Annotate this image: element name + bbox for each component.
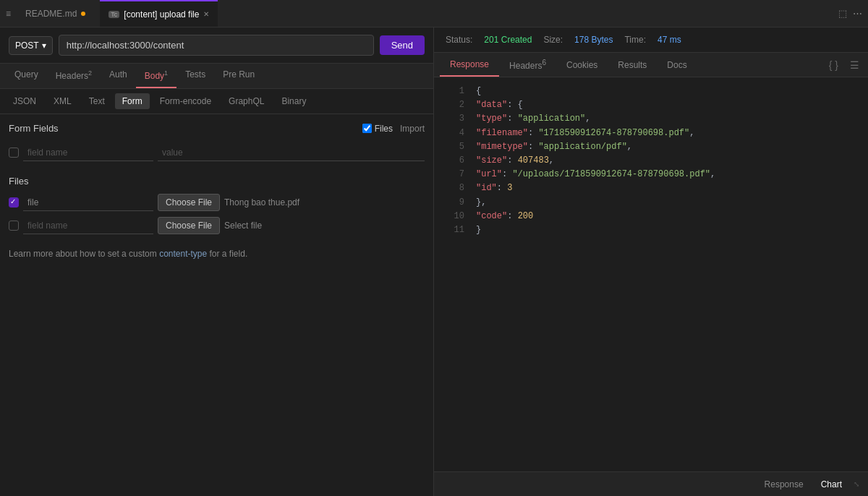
files-section: Files Choose File Thong bao thue.pdf Cho… (9, 176, 425, 234)
learn-more: Learn more about how to set a custom con… (9, 249, 425, 259)
tab-headers[interactable]: Headers2 (47, 64, 101, 88)
restab-results[interactable]: Results (608, 54, 657, 76)
subtab-binary[interactable]: Binary (274, 93, 313, 109)
file-name-input-2[interactable] (23, 218, 153, 234)
code-token: : (507, 114, 517, 124)
code-token: "url" (476, 169, 502, 179)
tab-readme[interactable]: README.md (17, 0, 94, 27)
request-tabs-nav: Query Headers2 Auth Body1 Tests Pre Run (0, 64, 433, 89)
choose-file-button-1[interactable]: Choose File (158, 194, 220, 211)
code-token: "size" (476, 155, 507, 166)
tab-content-label: [content] upload file (124, 9, 199, 20)
method-chevron-icon: ▾ (42, 40, 46, 51)
code-line: 6 "size": 407483, (434, 154, 868, 168)
line-number: 10 (443, 210, 464, 223)
subtab-graphql[interactable]: GraphQL (221, 93, 271, 109)
form-fields-actions: Files Import (362, 124, 425, 134)
subtab-json[interactable]: JSON (6, 93, 43, 109)
code-token: : (497, 183, 507, 193)
code-token: "1718590912674-878790698.pdf" (538, 128, 689, 138)
method-select[interactable]: POST ▾ (9, 36, 53, 55)
file-value-1: Thong bao thue.pdf (224, 197, 425, 208)
form-fields-header: Form Fields Files Import (9, 123, 425, 134)
line-number: 4 (443, 127, 464, 140)
code-token: "mimetype" (476, 142, 528, 152)
main-layout: POST ▾ Send Query Headers2 Auth Body1 Te… (0, 27, 868, 496)
files-checkbox-input[interactable] (362, 124, 372, 133)
file-name-input-1[interactable] (23, 194, 153, 211)
code-token: "id" (476, 183, 497, 193)
learn-more-text2: for a field. (210, 249, 248, 259)
resize-handle-icon: ⤡ (854, 480, 859, 488)
subtab-xml[interactable]: XML (46, 93, 79, 109)
code-token: { (476, 86, 481, 96)
method-label: POST (15, 40, 39, 51)
code-token: : (528, 142, 538, 152)
bottom-response-tab[interactable]: Response (759, 476, 809, 492)
status-value: 201 Created (484, 35, 532, 45)
line-number: 3 (443, 112, 464, 126)
restab-cookies[interactable]: Cookies (556, 54, 608, 76)
response-tab-actions: { } ☰ (826, 56, 862, 74)
menu-icon[interactable]: ☰ (847, 56, 862, 74)
code-line: 1{ (434, 85, 868, 98)
line-number: 1 (443, 85, 464, 98)
tab-tests[interactable]: Tests (176, 64, 214, 88)
subtab-text[interactable]: Text (82, 93, 112, 109)
right-panel: Status: 201 Created Size: 178 Bytes Time… (434, 27, 868, 496)
line-number: 9 (443, 196, 464, 210)
code-token: : (528, 128, 538, 138)
tab-prerun[interactable]: Pre Run (214, 64, 263, 88)
layout-icon[interactable]: ⬚ (838, 8, 847, 19)
code-token: "application" (518, 114, 586, 124)
file-checkbox-2[interactable] (9, 221, 19, 231)
bottom-chart-tab[interactable]: Chart (815, 476, 848, 492)
line-number: 8 (443, 181, 464, 195)
more-icon[interactable]: ⋯ (853, 8, 862, 19)
field-checkbox-1[interactable] (9, 147, 19, 158)
tab-readme-label: README.md (25, 9, 77, 19)
files-checkbox-label[interactable]: Files (362, 124, 393, 134)
tab-content-upload[interactable]: Tc [content] upload file ✕ (100, 0, 218, 27)
line-number: 2 (443, 98, 464, 112)
import-button[interactable]: Import (400, 124, 425, 134)
code-view: 1{2 "data": {3 "type": "application",4 "… (434, 77, 868, 471)
line-number: 5 (443, 140, 464, 154)
left-panel: POST ▾ Send Query Headers2 Auth Body1 Te… (0, 27, 434, 496)
url-input[interactable] (59, 35, 374, 56)
code-token: "data" (476, 100, 507, 110)
restab-response[interactable]: Response (440, 54, 499, 77)
code-token: : { (507, 100, 523, 110)
response-tabs: Response Headers6 Cookies Results Docs {… (434, 53, 868, 77)
code-line: 5 "mimetype": "application/pdf", (434, 140, 868, 154)
line-number: 6 (443, 154, 464, 168)
tab-auth[interactable]: Auth (101, 64, 136, 88)
subtab-form[interactable]: Form (115, 93, 150, 109)
send-button[interactable]: Send (380, 35, 425, 55)
tab-query[interactable]: Query (6, 64, 47, 88)
code-line: 7 "url": "/uploads/1718590912674-8787906… (434, 168, 868, 181)
tab-body[interactable]: Body1 (136, 64, 176, 88)
form-fields-title: Form Fields (9, 123, 59, 134)
code-token: : (507, 155, 517, 166)
files-section-title: Files (9, 176, 425, 187)
code-token: 3 (507, 183, 512, 193)
restab-docs[interactable]: Docs (657, 54, 697, 76)
field-value-input-1[interactable] (158, 145, 425, 161)
content-type-link[interactable]: content-type (159, 249, 207, 259)
file-checkbox-1[interactable] (9, 197, 19, 208)
code-token: "application/pdf" (538, 142, 626, 152)
braces-icon[interactable]: { } (826, 56, 841, 74)
restab-headers[interactable]: Headers6 (499, 53, 556, 77)
status-label: Status: (446, 35, 472, 45)
code-token: "code" (476, 211, 507, 221)
tab-content-badge: Tc (109, 11, 119, 18)
field-name-input-1[interactable] (23, 145, 153, 161)
time-label: Time: (624, 35, 646, 45)
line-number: 11 (443, 223, 464, 237)
tab-close-icon[interactable]: ✕ (203, 10, 209, 18)
subtab-form-encode[interactable]: Form-encode (153, 93, 218, 109)
code-token: }, (476, 197, 486, 208)
choose-file-button-2[interactable]: Choose File (158, 217, 220, 234)
size-label: Size: (543, 35, 563, 45)
